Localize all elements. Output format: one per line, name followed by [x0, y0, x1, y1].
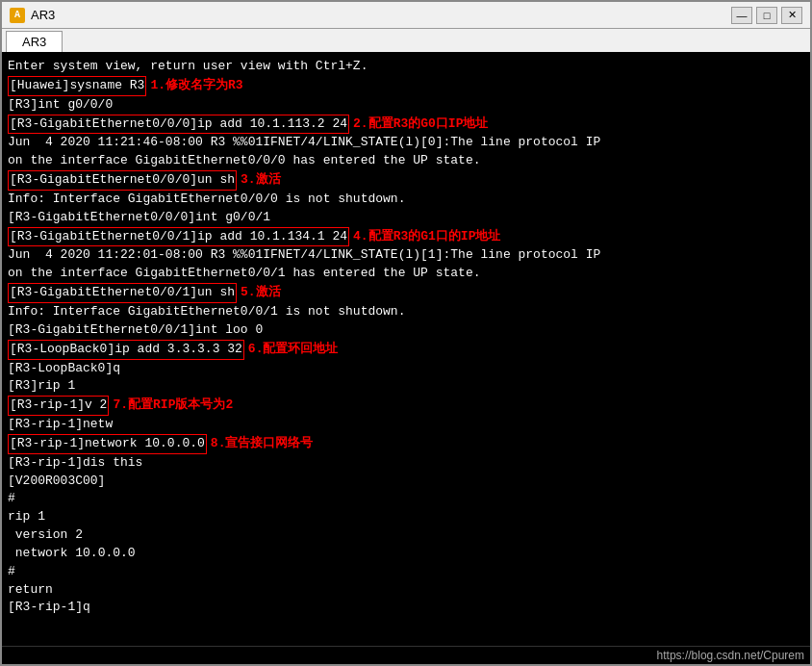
command-highlight: [Huawei]sysname R3: [8, 76, 146, 96]
command-annotation: 5.激活: [241, 284, 281, 302]
command-annotation: 3.激活: [241, 171, 281, 190]
terminal-line: [R3-rip-1]network 10.0.0.08.宣告接口网络号: [8, 434, 804, 454]
window-title: AR3: [31, 8, 731, 22]
terminal-line: on the interface GigabitEthernet0/0/1 ha…: [8, 265, 804, 283]
maximize-button[interactable]: □: [756, 7, 777, 24]
terminal-line: [R3-GigabitEthernet0/0/0]int g0/0/1: [8, 209, 804, 227]
terminal-line: [R3-rip-1]q: [8, 599, 804, 617]
command-highlight: [R3-GigabitEthernet0/0/0]ip add 10.1.113…: [8, 115, 349, 135]
close-button[interactable]: ✕: [781, 7, 802, 24]
terminal-output[interactable]: Enter system view, return user view with…: [2, 54, 810, 646]
terminal-line: [R3-LoopBack0]q: [8, 360, 804, 378]
terminal-line: Jun 4 2020 11:21:46-08:00 R3 %%01IFNET/4…: [8, 134, 804, 152]
app-icon: A: [10, 8, 25, 23]
title-bar: A AR3 — □ ✕: [2, 2, 810, 29]
window-controls: — □ ✕: [731, 7, 802, 24]
terminal-line: [R3-rip-1]dis this: [8, 454, 804, 473]
terminal-line: [R3]rip 1: [8, 377, 804, 396]
terminal-line: version 2: [8, 526, 804, 545]
terminal-line: on the interface GigabitEthernet0/0/0 ha…: [8, 152, 804, 170]
command-highlight: [R3-LoopBack0]ip add 3.3.3.3 32: [8, 340, 244, 360]
terminal-line: #: [8, 490, 804, 508]
terminal-line: [R3]int g0/0/0: [8, 96, 804, 115]
footer-url: https://blog.csdn.net/Cpurem: [2, 646, 810, 664]
command-annotation: 8.宣告接口网络号: [211, 435, 314, 453]
command-annotation: 7.配置RIP版本号为2: [113, 397, 233, 415]
command-highlight: [R3-rip-1]v 2: [8, 396, 109, 416]
terminal-line: Info: Interface GigabitEthernet0/0/1 is …: [8, 303, 804, 321]
terminal-line: Info: Interface GigabitEthernet0/0/0 is …: [8, 191, 804, 209]
command-highlight: [R3-GigabitEthernet0/0/0]un sh: [8, 170, 237, 191]
terminal-line: [R3-GigabitEthernet0/0/1]int loo 0: [8, 321, 804, 340]
terminal-line: [R3-GigabitEthernet0/0/0]ip add 10.1.113…: [8, 115, 804, 135]
command-annotation: 1.修改名字为R3: [150, 77, 242, 95]
terminal-line: #: [8, 563, 804, 581]
terminal-line: rip 1: [8, 508, 804, 526]
terminal-line: Enter system view, return user view with…: [8, 58, 804, 76]
main-window: A AR3 — □ ✕ AR3 Enter system view, retur…: [0, 0, 812, 666]
terminal-line: [R3-GigabitEthernet0/0/1]un sh5.激活: [8, 283, 804, 303]
terminal-line: [R3-rip-1]v 27.配置RIP版本号为2: [8, 396, 804, 416]
terminal-line: Jun 4 2020 11:22:01-08:00 R3 %%01IFNET/4…: [8, 246, 804, 265]
tab-ar3[interactable]: AR3: [6, 31, 63, 52]
command-highlight: [R3-GigabitEthernet0/0/1]ip add 10.1.134…: [8, 227, 349, 247]
tab-bar: AR3: [2, 29, 810, 54]
terminal-line: [R3-GigabitEthernet0/0/0]un sh3.激活: [8, 170, 804, 191]
command-annotation: 4.配置R3的G1口的IP地址: [353, 228, 500, 246]
command-highlight: [R3-GigabitEthernet0/0/1]un sh: [8, 283, 237, 303]
command-highlight: [R3-rip-1]network 10.0.0.0: [8, 434, 207, 454]
terminal-line: [R3-rip-1]netw: [8, 416, 804, 434]
terminal-line: [V200R003C00]: [8, 473, 804, 491]
terminal-line: [R3-GigabitEthernet0/0/1]ip add 10.1.134…: [8, 227, 804, 247]
terminal-line: [Huawei]sysname R31.修改名字为R3: [8, 76, 804, 96]
command-annotation: 2.配置R3的G0口IP地址: [353, 115, 488, 134]
minimize-button[interactable]: —: [731, 7, 752, 24]
terminal-line: [R3-LoopBack0]ip add 3.3.3.3 326.配置环回地址: [8, 340, 804, 360]
command-annotation: 6.配置环回地址: [248, 341, 339, 359]
terminal-line: return: [8, 581, 804, 600]
terminal-line: network 10.0.0.0: [8, 545, 804, 563]
